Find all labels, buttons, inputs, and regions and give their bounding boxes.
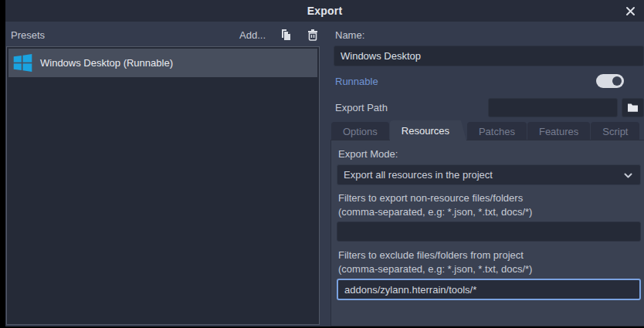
export-path-input[interactable]	[488, 98, 618, 117]
add-preset-button[interactable]: Add...	[239, 29, 266, 41]
export-tabbar: Options Resources Patches Features Scrip…	[331, 120, 640, 140]
name-label: Name:	[335, 29, 364, 41]
toggle-knob	[612, 76, 622, 86]
resources-tab-panel: Export Mode: Export all resources in the…	[330, 140, 644, 326]
export-mode-value: Export all resources in the project	[344, 169, 493, 181]
export-path-label: Export Path	[335, 102, 388, 113]
dialog-titlebar: Export	[5, 0, 644, 22]
close-icon	[625, 6, 636, 16]
trash-icon	[307, 29, 319, 41]
presets-header: Presets Add...	[11, 27, 320, 42]
duplicate-preset-button[interactable]	[279, 28, 293, 42]
duplicate-icon	[280, 29, 292, 41]
export-dialog: Export Presets Add...	[5, 0, 644, 326]
tab-patches[interactable]: Patches	[467, 122, 527, 140]
runnable-toggle[interactable]	[596, 74, 624, 88]
tab-script[interactable]: Script	[591, 122, 639, 140]
include-filters-hint: (comma-separated, e.g: *.json, *.txt, do…	[338, 206, 532, 218]
folder-icon	[627, 103, 639, 113]
preset-item-windows-desktop[interactable]: Windows Desktop (Runnable)	[8, 49, 317, 77]
tab-resources[interactable]: Resources	[390, 120, 466, 140]
exclude-filters-hint: (comma-separated, e.g: *.json, *.txt, do…	[338, 263, 532, 275]
name-input[interactable]	[334, 46, 644, 66]
windows-logo-icon	[12, 52, 33, 73]
browse-path-button[interactable]	[622, 98, 644, 117]
preset-item-label: Windows Desktop (Runnable)	[40, 57, 173, 69]
screen: Export Presets Add...	[0, 0, 644, 328]
export-mode-select[interactable]: Export all resources in the project	[337, 164, 641, 185]
export-mode-label: Export Mode:	[338, 147, 398, 161]
preset-settings: Name: Runnable Export Path Options Resou…	[328, 22, 644, 326]
chevron-down-icon	[623, 171, 633, 181]
presets-actions: Add...	[239, 28, 320, 42]
include-filters-label: Filters to export non-resource files/fol…	[338, 191, 532, 219]
runnable-label[interactable]: Runnable	[335, 76, 378, 87]
close-button[interactable]	[623, 4, 637, 18]
exclude-filters-input[interactable]	[337, 279, 641, 300]
delete-preset-button[interactable]	[306, 28, 320, 42]
presets-list: Windows Desktop (Runnable)	[6, 46, 320, 325]
exclude-filters-label-line1: Filters to exclude files/folders from pr…	[338, 249, 524, 261]
dialog-title: Export	[307, 5, 343, 17]
include-filters-label-line1: Filters to export non-resource files/fol…	[338, 192, 523, 204]
tab-options[interactable]: Options	[331, 122, 389, 140]
include-filters-input[interactable]	[337, 221, 641, 242]
tab-features[interactable]: Features	[527, 122, 590, 140]
exclude-filters-label: Filters to exclude files/folders from pr…	[338, 249, 532, 276]
presets-label: Presets	[11, 29, 45, 41]
